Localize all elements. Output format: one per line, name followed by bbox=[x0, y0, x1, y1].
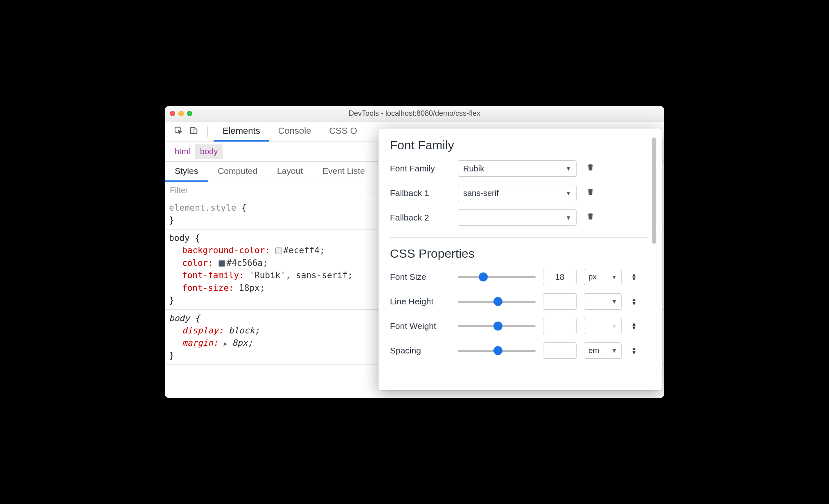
font-weight-label: Font Weight bbox=[390, 321, 451, 331]
line-height-unit-select[interactable]: ▼ bbox=[584, 293, 622, 310]
chevron-down-icon: ▼ bbox=[611, 274, 617, 280]
prop-value: 18px bbox=[239, 283, 260, 293]
popover-scrollbar[interactable] bbox=[651, 136, 657, 385]
breadcrumb-body[interactable]: body bbox=[195, 144, 223, 159]
chevron-down-icon: ▼ bbox=[565, 165, 571, 172]
tab-css-overview[interactable]: CSS O bbox=[320, 122, 366, 142]
spacing-unit-select[interactable]: em ▼ bbox=[584, 342, 622, 359]
prop-name: display bbox=[182, 326, 219, 335]
spacing-label: Spacing bbox=[390, 346, 451, 356]
minimize-window-button[interactable] bbox=[178, 111, 184, 116]
selector: body bbox=[169, 233, 190, 243]
stepper-down-icon: ▼ bbox=[631, 326, 637, 330]
font-weight-slider[interactable] bbox=[458, 321, 536, 331]
line-height-label: Line Height bbox=[390, 297, 451, 306]
line-height-input[interactable] bbox=[543, 293, 577, 310]
subtab-styles[interactable]: Styles bbox=[165, 162, 208, 182]
breadcrumb-html[interactable]: html bbox=[170, 144, 195, 159]
fallback-2-row: Fallback 2 ▼ bbox=[390, 209, 649, 226]
traffic-lights bbox=[165, 111, 192, 116]
font-size-unit-select[interactable]: px ▼ bbox=[584, 269, 622, 285]
prop-value: #4c566a bbox=[227, 258, 263, 268]
font-weight-input[interactable] bbox=[543, 318, 577, 334]
font-weight-stepper[interactable]: ▲▼ bbox=[631, 322, 637, 330]
fallback-1-label: Fallback 1 bbox=[390, 188, 451, 198]
spacing-slider[interactable] bbox=[458, 346, 536, 356]
font-size-label: Font Size bbox=[390, 272, 451, 282]
selector: body bbox=[169, 313, 190, 323]
delete-icon[interactable] bbox=[586, 187, 595, 199]
spacing-stepper[interactable]: ▲▼ bbox=[631, 346, 637, 355]
delete-icon[interactable] bbox=[586, 163, 595, 174]
shorthand-expand-icon[interactable]: ▶ bbox=[223, 340, 227, 348]
chevron-down-icon: ▼ bbox=[611, 298, 617, 305]
font-weight-row: Font Weight ▼ ▲▼ bbox=[390, 318, 649, 334]
delete-icon[interactable] bbox=[586, 212, 595, 223]
stepper-down-icon: ▼ bbox=[631, 302, 637, 306]
line-height-stepper[interactable]: ▲▼ bbox=[631, 297, 637, 306]
font-size-stepper[interactable]: ▲▼ bbox=[631, 273, 637, 281]
prop-value: #eceff4 bbox=[284, 245, 320, 255]
font-size-slider[interactable] bbox=[458, 272, 536, 282]
spacing-unit: em bbox=[588, 346, 599, 355]
line-height-row: Line Height ▼ ▲▼ bbox=[390, 293, 649, 310]
subtab-event-listeners[interactable]: Event Liste bbox=[313, 162, 375, 182]
divider bbox=[207, 126, 208, 137]
font-family-select[interactable]: Rubik ▼ bbox=[458, 160, 577, 177]
tab-elements[interactable]: Elements bbox=[214, 122, 269, 142]
prop-value: 'Rubik', sans-serif bbox=[249, 270, 347, 280]
chevron-down-icon: ▼ bbox=[611, 347, 617, 354]
color-swatch-icon[interactable] bbox=[275, 248, 282, 254]
font-weight-unit-select[interactable]: ▼ bbox=[584, 318, 622, 334]
font-family-label: Font Family bbox=[390, 164, 451, 173]
font-editor-popover: Font Family Font Family Rubik ▼ Fallback… bbox=[378, 128, 662, 390]
subtab-computed[interactable]: Computed bbox=[208, 162, 267, 182]
fallback-2-select[interactable]: ▼ bbox=[458, 209, 577, 226]
stepper-down-icon: ▼ bbox=[631, 351, 637, 355]
prop-value: 8px bbox=[232, 338, 248, 348]
close-window-button[interactable] bbox=[170, 111, 175, 116]
font-family-value: Rubik bbox=[463, 164, 484, 173]
titlebar: DevTools - localhost:8080/demo/css-flex bbox=[165, 106, 664, 122]
font-family-row: Font Family Rubik ▼ bbox=[390, 160, 649, 177]
fallback-1-value: sans-serif bbox=[463, 189, 499, 198]
font-size-input[interactable] bbox=[543, 269, 577, 285]
prop-value: block bbox=[229, 326, 255, 335]
prop-name: font-size bbox=[182, 283, 229, 293]
color-swatch-icon[interactable] bbox=[219, 260, 225, 267]
fallback-2-label: Fallback 2 bbox=[390, 213, 451, 223]
fallback-1-row: Fallback 1 sans-serif ▼ bbox=[390, 185, 649, 201]
font-size-unit: px bbox=[588, 272, 597, 281]
spacing-input[interactable] bbox=[543, 342, 577, 359]
prop-name: margin bbox=[182, 338, 213, 348]
selector: element.style bbox=[169, 203, 236, 213]
font-size-row: Font Size px ▼ ▲▼ bbox=[390, 269, 649, 285]
prop-name: color bbox=[182, 258, 208, 268]
chevron-down-icon: ▼ bbox=[611, 323, 617, 329]
prop-name: background-color bbox=[182, 245, 265, 255]
spacing-row: Spacing em ▼ ▲▼ bbox=[390, 342, 649, 359]
section-heading-font-family: Font Family bbox=[390, 138, 649, 152]
prop-name: font-family bbox=[182, 270, 239, 280]
svg-rect-2 bbox=[194, 129, 197, 133]
inspect-element-icon[interactable] bbox=[171, 124, 186, 140]
line-height-slider[interactable] bbox=[458, 297, 536, 306]
device-toggle-icon[interactable] bbox=[186, 124, 202, 140]
subtab-layout[interactable]: Layout bbox=[267, 162, 313, 182]
fallback-1-select[interactable]: sans-serif ▼ bbox=[458, 185, 577, 201]
tab-console[interactable]: Console bbox=[269, 122, 320, 142]
window-title: DevTools - localhost:8080/demo/css-flex bbox=[165, 109, 664, 118]
chevron-down-icon: ▼ bbox=[565, 214, 571, 221]
stepper-down-icon: ▼ bbox=[631, 277, 637, 281]
zoom-window-button[interactable] bbox=[187, 111, 192, 116]
devtools-window: DevTools - localhost:8080/demo/css-flex … bbox=[165, 106, 664, 398]
section-heading-css-properties: CSS Properties bbox=[390, 237, 649, 261]
chevron-down-icon: ▼ bbox=[565, 190, 571, 196]
